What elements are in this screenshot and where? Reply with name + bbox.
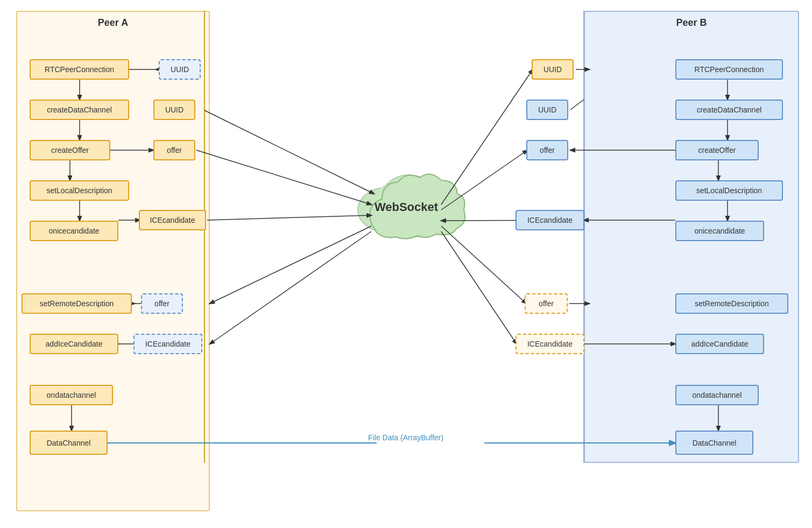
node-a-offer1: offer (153, 140, 195, 160)
arrow-ws-offer-b (441, 150, 527, 210)
node-b-offer2: offer (525, 293, 568, 314)
line-b-uuid2 (570, 100, 584, 110)
diagram: Peer A Peer B WebSocket (0, 0, 812, 528)
node-a-ice1: ICEcandidate (139, 210, 206, 230)
svg-point-2 (405, 187, 456, 228)
websocket-label: WebSocket (375, 200, 439, 214)
node-b-cdc: createDataChannel (675, 100, 783, 120)
arrow-ws-offer2-b (441, 226, 526, 304)
node-a-sld: setLocalDescription (30, 180, 129, 201)
svg-point-4 (390, 202, 444, 237)
node-a-uuid2: UUID (153, 100, 195, 120)
node-b-sld: setLocalDescription (675, 180, 783, 201)
node-b-co: createOffer (675, 140, 759, 160)
websocket-cloud: WebSocket (358, 174, 465, 239)
node-b-srd: setRemoteDescription (675, 293, 788, 314)
node-a-oic: onicecandidate (30, 221, 118, 241)
svg-point-0 (358, 187, 417, 233)
arrow-ws-ice2-b (441, 231, 517, 344)
file-data-label: File Data (ArrayBuffer) (334, 433, 478, 442)
node-b-odc: ondatachannel (675, 385, 759, 405)
node-b-ice2: ICEcandidate (516, 334, 584, 354)
node-a-co: createOffer (30, 140, 110, 160)
node-b-aic: addIceCandidate (675, 334, 764, 354)
node-b-rtc: RTCPeerConnection (675, 59, 783, 80)
node-a-cdc: createDataChannel (30, 100, 129, 120)
node-a-odc: ondatachannel (30, 385, 113, 405)
arrow-ws-ice2-a (210, 231, 371, 344)
node-a-rtc: RTCPeerConnection (30, 59, 129, 80)
node-a-offer2: offer (141, 293, 183, 314)
node-b-uuid2: UUID (526, 100, 568, 120)
node-a-uuid1: UUID (159, 59, 201, 80)
node-a-aic: addIceCandidate (30, 334, 118, 354)
node-b-ice1: ICEcandidate (516, 210, 584, 230)
svg-point-3 (371, 202, 425, 237)
node-a-dc: DataChannel (30, 431, 108, 455)
arrow-ws-uuid-b (441, 69, 533, 205)
node-a-ice2: ICEcandidate (133, 334, 202, 354)
svg-point-5 (369, 180, 444, 234)
peer-b-title: Peer B (585, 12, 798, 32)
arrow-ice-ws (207, 215, 371, 220)
arrow-ws-offer2-a (210, 226, 371, 304)
node-b-oic: onicecandidate (675, 221, 764, 241)
node-b-uuid1: UUID (532, 59, 574, 80)
peer-a-title: Peer A (17, 12, 209, 32)
arrow-uuid-ws (204, 110, 374, 194)
node-a-srd: setRemoteDescription (22, 293, 132, 314)
node-b-offer1: offer (526, 140, 568, 160)
svg-point-1 (381, 175, 437, 223)
arrow-offer-ws (196, 150, 371, 205)
node-b-dc: DataChannel (675, 431, 753, 455)
